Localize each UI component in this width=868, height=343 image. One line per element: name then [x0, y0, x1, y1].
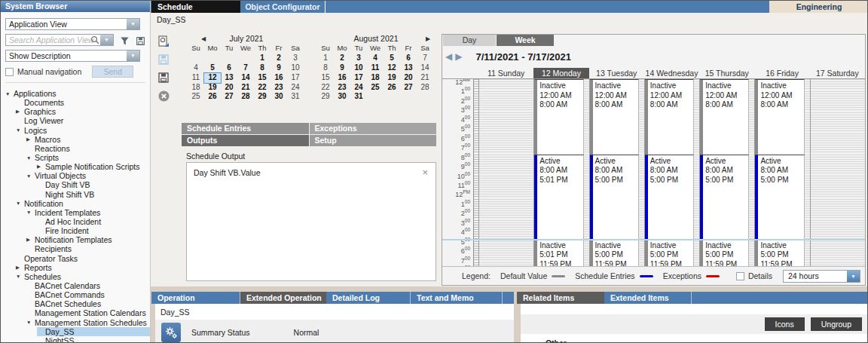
chevron-down-icon[interactable]: ▼ [100, 35, 113, 45]
calendar-day[interactable]: 24 [287, 83, 304, 93]
calendar-day[interactable]: 23 [270, 83, 287, 93]
time-range-selector[interactable]: 24 hours ▼ [783, 270, 860, 283]
day-header-16-friday[interactable]: 16 Friday [754, 68, 809, 78]
tree-item-log-viewer[interactable]: Log Viewer [1, 116, 150, 125]
schedule-event-inactive[interactable]: Inactive12:00 AM8:00 AM [755, 79, 804, 155]
manual-navigation-checkbox[interactable] [5, 68, 14, 76]
schedule-event-inactive[interactable]: Inactive5:00 PM11:59 PM [755, 239, 804, 266]
tree-item-scripts[interactable]: ▼Scripts [1, 153, 150, 162]
tree-item-bacnet-calendars[interactable]: BACnet Calendars [1, 281, 150, 290]
calendar-day[interactable]: 31 [287, 92, 304, 102]
tree-item-ad-hoc-incident[interactable]: Ad Hoc Incident [1, 217, 150, 226]
calendar-day[interactable]: 7 [237, 63, 254, 73]
edit-schedule-icon[interactable] [156, 34, 171, 49]
calendar-day[interactable]: 1 [317, 54, 334, 63]
schedule-event-inactive[interactable]: Inactive12:00 AM8:00 AM [700, 79, 749, 155]
calendar-day[interactable]: 27 [400, 83, 417, 93]
tree-item-fire-incident[interactable]: Fire Incident [1, 226, 150, 235]
calendar-day[interactable]: 28 [237, 92, 254, 102]
calendar-day[interactable]: 13 [221, 73, 237, 83]
tab-related-items[interactable]: Related Items [517, 292, 604, 304]
tree-item-night-shift-vb[interactable]: Night Shift VB [1, 190, 150, 199]
filter-icon[interactable] [120, 35, 130, 49]
schedule-event-active[interactable]: Active8:00 AM5:01 PM [534, 155, 583, 239]
calendar-day[interactable]: 4 [188, 63, 204, 73]
day-header-13-tuesday[interactable]: 13 Tuesday [589, 68, 644, 78]
schedule-event-active[interactable]: Active8:00 AM5:00 PM [755, 155, 804, 239]
tree-item-reactions[interactable]: Reactions [1, 144, 150, 153]
calendar-day[interactable]: 2 [334, 54, 350, 63]
tab-extended-operation[interactable]: Extended Operation [240, 292, 326, 304]
calendar-day[interactable]: 9 [270, 63, 287, 73]
tree-item-incident-templates[interactable]: ▼Incident Templates [1, 208, 150, 217]
calendar-day[interactable]: 8 [254, 63, 270, 73]
send-button[interactable]: Send [92, 66, 133, 78]
tab-setup[interactable]: Setup [310, 135, 437, 146]
calendar-day[interactable]: 18 [188, 83, 204, 93]
tree-item-day-shift-vb[interactable]: Day Shift VB [1, 180, 150, 189]
calendar-day[interactable]: 5 [204, 63, 221, 73]
tab-object-configurator[interactable]: Object Configurator [240, 1, 326, 13]
calendar-day[interactable]: 17 [287, 73, 304, 83]
calendar-day[interactable]: 20 [221, 83, 237, 93]
search-icon[interactable] [90, 35, 99, 44]
calendar-day[interactable]: 22 [254, 83, 270, 93]
save-view-icon[interactable] [136, 35, 145, 49]
calendar-day[interactable]: 6 [221, 63, 237, 73]
tree-item-sample-notification-scripts[interactable]: ▶Sample Notification Scripts [1, 162, 150, 171]
collapse-icon[interactable]: ▼ [5, 91, 14, 96]
calendar-day[interactable]: 2 [270, 54, 287, 63]
schedule-event-active[interactable]: Active8:00 AM5:00 PM [590, 155, 639, 239]
tree-item-graphics[interactable]: ▶Graphics [1, 107, 150, 116]
tree-item-bacnet-schedules[interactable]: BACnet Schedules [1, 299, 150, 308]
calendar-day[interactable]: 15 [317, 73, 334, 83]
next-week-icon[interactable]: ▶ [455, 51, 462, 62]
tab-schedule-entries[interactable]: Schedule Entries [182, 123, 309, 134]
search-input[interactable]: Search Application View ▼ [5, 34, 114, 46]
group-header-other[interactable]: ▼ Other [521, 338, 567, 342]
calendar-day[interactable]: 5 [384, 54, 400, 63]
day-header-11-sunday[interactable]: 11 Sunday [478, 68, 533, 78]
collapse-icon[interactable]: ▼ [530, 341, 535, 343]
calendar-day[interactable]: 10 [350, 63, 367, 73]
calendar-day[interactable]: 29 [317, 92, 334, 102]
tab-engineering[interactable]: Engineering [769, 1, 868, 13]
schedule-event-inactive[interactable]: Inactive5:01 PM11:59 PM [534, 239, 583, 266]
description-selector[interactable]: Show Description ▼ [5, 50, 140, 62]
tab-operation[interactable]: Operation [151, 292, 240, 304]
tab-text-and-memo[interactable]: Text and Memo [411, 292, 503, 304]
collapse-icon[interactable]: ▼ [16, 127, 24, 133]
collapse-icon[interactable]: ▼ [26, 210, 35, 215]
tree-item-management-station-schedules[interactable]: ▼Management Station Schedules [1, 318, 150, 327]
calendar-day[interactable]: 8 [317, 63, 334, 73]
schedule-event-inactive[interactable]: Inactive12:00 AM8:00 AM [534, 79, 583, 155]
tree-item-virtual-objects[interactable]: ▼Virtual Objects [1, 171, 150, 180]
expand-icon[interactable]: ▶ [26, 237, 35, 243]
calendar-day[interactable]: 1 [254, 54, 270, 63]
calendar-day[interactable]: 26 [384, 83, 400, 93]
remove-output-icon[interactable]: × [422, 167, 428, 178]
icons-button[interactable]: Icons [765, 317, 805, 331]
calendar-day[interactable]: 26 [204, 92, 221, 102]
schedule-event-active[interactable]: Active8:00 AM5:00 PM [700, 155, 749, 239]
tree-item-notification[interactable]: ▼Notification [1, 199, 150, 208]
collapse-icon[interactable]: ▼ [26, 173, 35, 179]
collapse-icon[interactable]: ▼ [26, 320, 35, 325]
tab-schedule[interactable]: Schedule [151, 1, 240, 13]
schedule-event-inactive[interactable]: Inactive5:00 PM11:59 PM [645, 239, 694, 266]
expand-icon[interactable]: ▶ [16, 265, 24, 271]
schedule-event-inactive[interactable]: Inactive12:00 AM8:00 AM [645, 79, 694, 155]
calendar-day[interactable]: 13 [400, 63, 417, 73]
tree-item-recipients[interactable]: Recipients [1, 244, 150, 253]
discard-icon[interactable] [156, 88, 171, 103]
calendar-day[interactable]: 10 [287, 63, 304, 73]
calendar-day[interactable]: 6 [400, 54, 417, 63]
calendar-day[interactable]: 15 [254, 73, 270, 83]
chevron-down-icon[interactable]: ▼ [847, 271, 860, 282]
calendar-day[interactable]: 23 [334, 83, 350, 93]
calendar-day[interactable]: 7 [417, 54, 433, 63]
schedule-event-active[interactable]: Active8:00 AM5:00 PM [645, 155, 694, 239]
tree-item-schedules[interactable]: ▼Schedules [1, 272, 150, 281]
calendar-day[interactable]: 25 [188, 92, 204, 102]
calendar-day[interactable]: 4 [367, 54, 384, 63]
